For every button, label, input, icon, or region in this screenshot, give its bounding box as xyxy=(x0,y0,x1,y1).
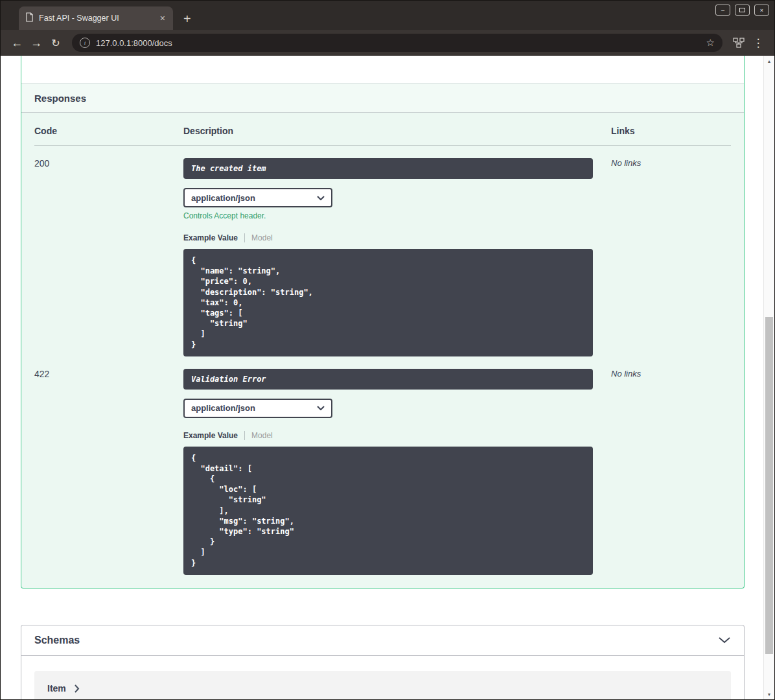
chevron-down-icon[interactable] xyxy=(718,636,731,644)
responses-column-headers: Code Description Links xyxy=(34,126,731,146)
back-button[interactable]: ← xyxy=(7,33,27,52)
page-viewport: Responses Code Description Links 200 The… xyxy=(1,56,774,699)
maximize-button[interactable] xyxy=(735,5,750,16)
response-row-422: 422 Validation Error application/json Ex… xyxy=(34,356,731,575)
response-code: 422 xyxy=(34,369,183,575)
example-model-tabs: Example Value Model xyxy=(183,431,611,440)
response-description: The created item xyxy=(183,158,593,179)
tab-example-value[interactable]: Example Value xyxy=(183,431,245,440)
new-tab-button[interactable]: + xyxy=(183,12,191,25)
tab-title: Fast API - Swagger UI xyxy=(39,14,154,23)
example-json: { "name": "string", "price": 0, "descrip… xyxy=(191,255,585,350)
media-type-select[interactable]: application/json xyxy=(183,188,332,207)
swagger-page: Responses Code Description Links 200 The… xyxy=(1,56,763,699)
response-row-200: 200 The created item application/json Co… xyxy=(34,146,731,356)
column-description: Description xyxy=(183,126,611,136)
schemas-header[interactable]: Schemas xyxy=(21,625,744,656)
schemas-title: Schemas xyxy=(34,635,80,646)
response-links: No links xyxy=(611,158,731,356)
model-row-item[interactable]: Item xyxy=(34,671,731,699)
browser-tab[interactable]: Fast API - Swagger UI × xyxy=(19,6,173,30)
url-text[interactable]: 127.0.0.1:8000/docs xyxy=(96,38,700,48)
extension-icon[interactable] xyxy=(729,33,748,52)
maximize-icon xyxy=(739,8,745,12)
scroll-down-icon[interactable]: ▼ xyxy=(764,689,774,699)
minimize-icon: – xyxy=(721,7,724,14)
response-links: No links xyxy=(611,369,731,575)
close-button[interactable]: × xyxy=(754,5,769,16)
media-type-select[interactable]: application/json xyxy=(183,399,332,418)
browser-menu-button[interactable]: ⋮ xyxy=(748,33,768,52)
media-type-value: application/json xyxy=(191,403,255,413)
responses-section-header: Responses xyxy=(21,83,744,113)
media-type-value: application/json xyxy=(191,193,255,203)
response-description-cell: The created item application/json Contro… xyxy=(183,158,611,356)
column-links: Links xyxy=(611,126,731,136)
close-icon: × xyxy=(760,7,763,14)
column-code: Code xyxy=(34,126,183,136)
chevron-down-icon xyxy=(317,196,325,200)
accept-header-note: Controls Accept header. xyxy=(183,211,611,220)
chevron-down-icon xyxy=(317,406,325,410)
window-controls: – × xyxy=(715,5,769,16)
opblock-spacer xyxy=(21,56,744,83)
forward-button[interactable]: → xyxy=(27,33,46,52)
example-code-block: { "detail": [ { "loc": [ "string" ], "ms… xyxy=(183,447,593,575)
chevron-right-icon xyxy=(75,684,80,693)
response-description-cell: Validation Error application/json Exampl… xyxy=(183,369,611,575)
schemas-body: Item ValidationError xyxy=(21,656,744,699)
response-description: Validation Error xyxy=(183,369,593,390)
example-model-tabs: Example Value Model xyxy=(183,233,611,242)
address-bar[interactable]: i 127.0.0.1:8000/docs ☆ xyxy=(72,34,723,52)
page-favicon-icon xyxy=(25,12,34,24)
page-scrollbar[interactable]: ▲ ▼ xyxy=(763,56,774,699)
schemas-section: Schemas Item ValidationError xyxy=(21,625,745,699)
browser-navbar: ← → ↻ i 127.0.0.1:8000/docs ☆ ⋮ xyxy=(1,30,774,56)
response-code: 200 xyxy=(34,158,183,356)
reload-button[interactable]: ↻ xyxy=(46,33,65,52)
minimize-button[interactable]: – xyxy=(715,5,730,16)
tab-model[interactable]: Model xyxy=(245,431,273,440)
browser-window: Fast API - Swagger UI × + – × ← → ↻ i 12… xyxy=(0,0,775,700)
model-name: Item xyxy=(47,683,66,694)
browser-titlebar: Fast API - Swagger UI × + – × xyxy=(1,1,774,30)
site-info-icon[interactable]: i xyxy=(80,38,90,48)
responses-table: Code Description Links 200 The created i… xyxy=(21,113,744,588)
responses-title: Responses xyxy=(34,93,86,104)
opblock-responses-panel: Responses Code Description Links 200 The… xyxy=(21,56,745,589)
tab-model[interactable]: Model xyxy=(245,233,273,242)
tab-example-value[interactable]: Example Value xyxy=(183,233,245,242)
example-json: { "detail": [ { "loc": [ "string" ], "ms… xyxy=(191,453,585,568)
bookmark-star-icon[interactable]: ☆ xyxy=(706,37,715,49)
tab-close-icon[interactable]: × xyxy=(159,13,167,23)
example-code-block: { "name": "string", "price": 0, "descrip… xyxy=(183,249,593,356)
scroll-up-icon[interactable]: ▲ xyxy=(764,56,774,66)
scrollbar-thumb[interactable] xyxy=(765,317,773,654)
